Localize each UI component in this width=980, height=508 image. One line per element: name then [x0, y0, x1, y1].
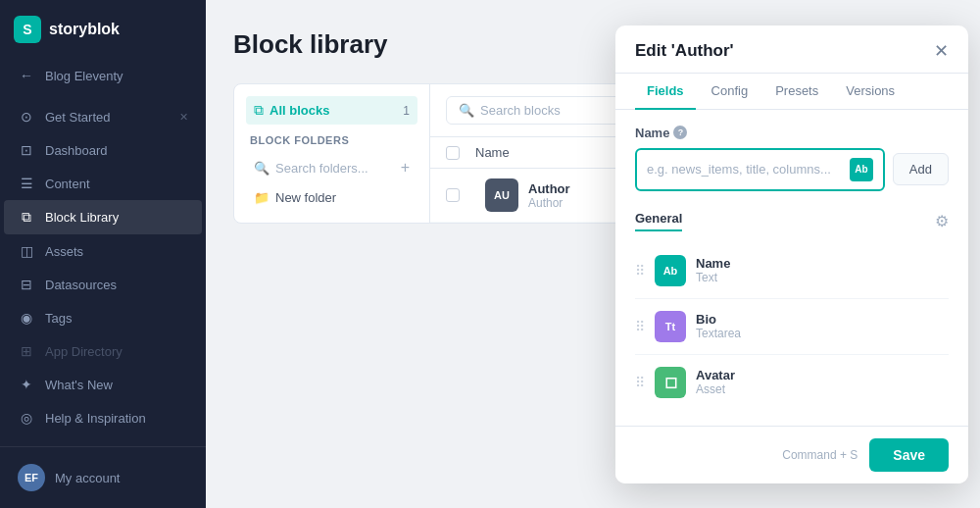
- modal-close-button[interactable]: ✕: [934, 42, 949, 60]
- modal-overlay: Edit 'Author' ✕ Fields Config Presets Ve…: [206, 0, 980, 508]
- select-all-checkbox[interactable]: [446, 146, 460, 160]
- name-column-header: Name: [475, 145, 510, 160]
- field-type: Asset: [696, 382, 735, 396]
- search-icon: 🔍: [254, 161, 270, 176]
- sidebar-item-app-directory[interactable]: ⊞ App Directory: [4, 334, 202, 368]
- logo-icon: S: [14, 16, 41, 43]
- sidebar-item-label: Tags: [45, 311, 72, 326]
- all-blocks-count: 1: [403, 104, 410, 118]
- sidebar-item-get-started[interactable]: ⊙ Get Started ✕: [4, 100, 202, 133]
- assets-icon: ◫: [18, 243, 35, 259]
- all-blocks-row[interactable]: ⧉ All blocks 1: [246, 96, 417, 125]
- search-folders[interactable]: 🔍 Search folders... +: [246, 154, 417, 181]
- field-name: Avatar: [696, 368, 735, 382]
- field-info-name: Name Text: [696, 256, 730, 284]
- app-name: storyblok: [49, 21, 120, 38]
- sidebar-item-label: Datasources: [45, 278, 117, 292]
- search-icon: 🔍: [459, 103, 474, 118]
- sidebar-item-help-inspiration[interactable]: ◎ Help & Inspiration: [4, 401, 202, 434]
- modal-tabs: Fields Config Presets Versions: [615, 74, 968, 110]
- close-icon[interactable]: ✕: [179, 111, 188, 124]
- drag-handle: ⠿: [635, 263, 645, 279]
- modal-header: Edit 'Author' ✕: [615, 25, 968, 74]
- tab-presets[interactable]: Presets: [763, 74, 830, 110]
- name-field-label: Name ?: [635, 126, 949, 140]
- my-account-item[interactable]: EF My account: [4, 455, 202, 500]
- sidebar-item-label: Get Started: [45, 110, 110, 125]
- block-info: Author Author: [528, 181, 570, 210]
- drag-handle: ⠿: [635, 375, 645, 390]
- tab-versions[interactable]: Versions: [834, 74, 906, 110]
- block-library-icon: ⧉: [18, 209, 35, 226]
- sidebar-nav: ⊙ Get Started ✕ ⊡ Dashboard ☰ Content ⧉ …: [0, 96, 206, 446]
- modal-footer: Command + S Save: [615, 426, 968, 483]
- tab-fields[interactable]: Fields: [635, 74, 696, 110]
- sidebar-item-block-library[interactable]: ⧉ Block Library: [4, 200, 202, 234]
- block-name: Author: [528, 181, 570, 196]
- folder-icon: 📁: [254, 190, 270, 205]
- search-folders-placeholder: Search folders...: [275, 161, 368, 176]
- edit-author-modal: Edit 'Author' ✕ Fields Config Presets Ve…: [615, 25, 968, 483]
- help-icon: ?: [673, 126, 687, 139]
- search-placeholder: Search blocks: [480, 103, 561, 118]
- name-input-field[interactable]: e.g. news_items, title, columns... Ab: [635, 148, 885, 191]
- name-input-row: e.g. news_items, title, columns... Ab Ad…: [635, 148, 949, 191]
- add-field-button[interactable]: Add: [893, 153, 949, 185]
- left-panel: ⧉ All blocks 1 Block folders 🔍 Search fo…: [234, 84, 430, 223]
- sidebar-item-label: Assets: [45, 244, 83, 259]
- app-logo[interactable]: S storyblok: [0, 0, 206, 59]
- field-item-avatar[interactable]: ⠿ ◻ Avatar Asset: [635, 355, 949, 410]
- field-item-name[interactable]: ⠿ Ab Name Text: [635, 243, 949, 299]
- tab-config[interactable]: Config: [700, 74, 760, 110]
- dashboard-icon: ⊡: [18, 142, 35, 158]
- sidebar-item-whats-new[interactable]: ✦ What's New: [4, 368, 202, 401]
- block-badge: AU: [485, 178, 518, 212]
- sidebar-item-label: App Directory: [45, 344, 122, 359]
- field-type-indicator: Ab: [850, 158, 873, 181]
- general-section-label: General: [635, 211, 682, 231]
- back-icon: ←: [18, 68, 35, 83]
- field-icon-asset: ◻: [655, 367, 686, 398]
- sidebar: S storyblok ← Blog Eleventy ⊙ Get Starte…: [0, 0, 206, 508]
- field-item-bio[interactable]: ⠿ Tt Bio Textarea: [635, 299, 949, 355]
- sidebar-item-datasources[interactable]: ⊟ Datasources: [4, 268, 202, 301]
- tags-icon: ◉: [18, 310, 35, 326]
- help-icon: ◎: [18, 410, 35, 426]
- field-name: Bio: [696, 312, 741, 327]
- row-checkbox[interactable]: [446, 188, 460, 202]
- sidebar-item-label: What's New: [45, 378, 113, 392]
- sidebar-item-label: Help & Inspiration: [45, 411, 146, 426]
- datasources-icon: ⊟: [18, 277, 35, 292]
- field-info-bio: Bio Textarea: [696, 312, 741, 340]
- block-folders-label: Block folders: [246, 134, 417, 146]
- gear-icon[interactable]: ⚙: [935, 212, 949, 230]
- new-folder-item[interactable]: 📁 New folder: [246, 185, 417, 210]
- field-info-avatar: Avatar Asset: [696, 368, 735, 396]
- main-content: Block library ⧉ All blocks 1 Block folde…: [206, 0, 980, 508]
- sidebar-item-assets[interactable]: ◫ Assets: [4, 234, 202, 268]
- app-directory-icon: ⊞: [18, 343, 35, 359]
- sidebar-item-dashboard[interactable]: ⊡ Dashboard: [4, 133, 202, 167]
- field-name: Name: [696, 256, 730, 271]
- general-section-header: General ⚙: [635, 211, 949, 231]
- sidebar-project[interactable]: ← Blog Eleventy: [4, 59, 202, 92]
- account-label: My account: [55, 471, 120, 485]
- sidebar-item-content[interactable]: ☰ Content: [4, 167, 202, 200]
- field-type: Text: [696, 271, 730, 284]
- modal-body: Name ? e.g. news_items, title, columns..…: [615, 110, 968, 426]
- avatar: EF: [18, 464, 45, 491]
- name-input-placeholder: e.g. news_items, title, columns...: [647, 162, 842, 177]
- add-folder-button[interactable]: +: [401, 159, 410, 177]
- drag-handle: ⠿: [635, 319, 645, 334]
- modal-title: Edit 'Author': [635, 41, 734, 61]
- sidebar-item-tags[interactable]: ◉ Tags: [4, 301, 202, 334]
- project-name: Blog Eleventy: [45, 69, 123, 83]
- sidebar-bottom: EF My account: [0, 446, 206, 508]
- field-icon-text: Ab: [655, 255, 686, 286]
- sidebar-item-label: Content: [45, 177, 90, 191]
- block-type: Author: [528, 196, 570, 210]
- sidebar-item-label: Block Library: [45, 210, 119, 225]
- field-icon-textarea: Tt: [655, 311, 686, 342]
- save-button[interactable]: Save: [869, 438, 949, 472]
- whats-new-icon: ✦: [18, 377, 35, 392]
